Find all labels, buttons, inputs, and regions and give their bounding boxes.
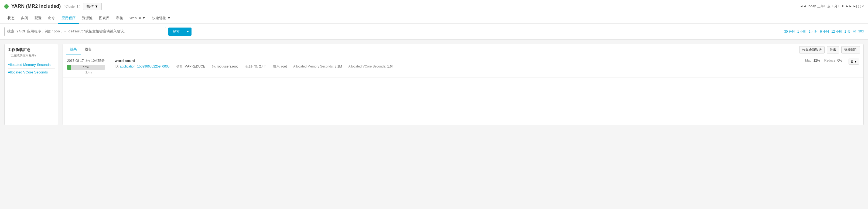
nav-item-instances[interactable]: 实例 — [18, 13, 31, 24]
results-area: 结果 图表 收集诊断数据 导出 选择属性 2017-08-17 上午10点53分… — [63, 44, 864, 125]
app-name: word count — [115, 59, 801, 63]
time-filters: 30 分钟 1 小时 2 小时 6 小时 12 小时 1 天 7d 30d — [784, 29, 864, 34]
result-details: ID: application_1502966552259_0005 类型: M… — [115, 64, 801, 69]
type-label: 类型: — [176, 64, 183, 69]
tabs-row: 结果 图表 收集诊断数据 导出 选择属性 — [63, 44, 863, 55]
duration-value: 2.4m — [259, 64, 267, 69]
progress-bar: 10% — [67, 65, 105, 70]
ops-button[interactable]: 操作 ▼ — [83, 3, 102, 10]
id-value[interactable]: application_1502966552259_0005 — [120, 64, 169, 69]
user-value: root — [281, 64, 287, 69]
time-filter-1h[interactable]: 1 小时 — [797, 29, 806, 34]
header-left: YARN (MR2 Included) ( Cluster 1 ) 操作 ▼ — [4, 3, 102, 10]
sidebar-subtitle: （已完成的应用程序） — [8, 54, 55, 58]
result-duration: 2.4m — [67, 71, 110, 74]
type-value: MAPREDUCE — [185, 64, 205, 69]
time-filter-30d[interactable]: 30d — [858, 29, 864, 34]
nav-item-audit[interactable]: 审核 — [113, 13, 126, 24]
detail-type: 类型: MAPREDUCE — [176, 64, 205, 69]
detail-alloc-vcores: Allocated VCore Seconds: 1.6f — [348, 64, 393, 69]
time-filter-12h[interactable]: 12 小时 — [831, 29, 842, 34]
time-filter-2h[interactable]: 2 小时 — [809, 29, 818, 34]
alloc-mem-label: Allocated Memory Seconds: — [293, 64, 333, 69]
search-dropdown-button[interactable]: ▼ — [184, 28, 191, 36]
sidebar-item-alloc-mem[interactable]: Allocated Memory Seconds — [8, 61, 55, 68]
map-label: Map: — [805, 59, 812, 62]
nav-item-status[interactable]: 状态 — [4, 13, 18, 24]
result-card: 2017-08-17 上午10点53分 10% 2.4m word count … — [63, 55, 863, 78]
progress-label: 10% — [67, 65, 105, 70]
alloc-vcores-label: Allocated VCore Seconds: — [348, 64, 386, 69]
detail-duration: 持续时间: 2.4m — [244, 64, 266, 69]
export-button[interactable]: 导出 — [827, 46, 839, 54]
header-right: ◄◄ Today, 上午10点55分 EDT ►► ►| ⬚ < — [800, 4, 864, 9]
detail-user: 用户: root — [273, 64, 287, 69]
reduce-metric: Reduce: 0% — [824, 59, 842, 62]
nav-item-apps[interactable]: 应用程序 — [58, 13, 79, 24]
search-input[interactable] — [4, 27, 166, 36]
app-title: YARN (MR2 Included) — [11, 3, 61, 9]
reduce-value: 0% — [837, 59, 842, 62]
collect-diag-button[interactable]: 收集诊断数据 — [799, 46, 825, 54]
detail-alloc-mem: Allocated Memory Seconds: 3.1M — [293, 64, 342, 69]
search-button[interactable]: 搜索 — [168, 28, 184, 36]
pool-value: root.users.root — [217, 64, 238, 69]
reduce-label: Reduce: — [824, 59, 836, 62]
card-icon-button[interactable]: ⊞ ▼ — [848, 59, 859, 64]
tab-charts[interactable]: 图表 — [81, 44, 95, 55]
main-content: 工作负载汇总 （已完成的应用程序） Allocated Memory Secon… — [0, 40, 868, 129]
alloc-mem-value: 3.1M — [335, 64, 342, 69]
tab-results[interactable]: 结果 — [66, 44, 81, 55]
nav-item-pools[interactable]: 资源池 — [79, 13, 96, 24]
ops-label: 操作 — [87, 4, 94, 9]
pool-label: 池: — [212, 64, 216, 69]
search-button-group: 搜索 ▼ — [168, 28, 191, 36]
nav-item-commands[interactable]: 命令 — [45, 13, 58, 24]
tabs: 结果 图表 — [66, 44, 95, 55]
nav-item-webui[interactable]: Web UI ▼ — [126, 13, 149, 23]
result-right: Map: 12% Reduce: 0% ⊞ ▼ — [805, 59, 859, 64]
detail-pool: 池: root.users.root — [212, 64, 238, 69]
time-filter-1d[interactable]: 1 天 — [844, 29, 850, 34]
duration-label: 持续时间: — [244, 64, 258, 69]
status-dot — [4, 4, 9, 9]
detail-id: ID: application_1502966552259_0005 — [115, 64, 170, 69]
result-left: 2017-08-17 上午10点53分 10% 2.4m — [67, 59, 110, 74]
nav-item-quicklinks[interactable]: 快速链接 ▼ — [149, 13, 174, 24]
webui-arrow-icon: ▼ — [142, 16, 146, 20]
top-header: YARN (MR2 Included) ( Cluster 1 ) 操作 ▼ ◄… — [0, 0, 868, 13]
user-label: 用户: — [273, 64, 280, 69]
search-left: 搜索 ▼ — [4, 27, 784, 36]
sidebar-item-alloc-vcore[interactable]: Allocated VCore Seconds — [8, 68, 55, 76]
ops-arrow-icon: ▼ — [95, 4, 98, 8]
time-info: ◄◄ Today, 上午10点55分 EDT ►► ►| ⬚ < — [800, 4, 864, 9]
alloc-vcores-value: 1.6f — [388, 64, 393, 69]
sidebar-title: 工作负载汇总 — [8, 48, 55, 52]
time-filter-6h[interactable]: 6 小时 — [820, 29, 829, 34]
result-date: 2017-08-17 上午10点53分 — [67, 59, 110, 63]
nav-item-charts[interactable]: 图表库 — [96, 13, 113, 24]
id-label: ID: — [115, 64, 119, 69]
nav-bar: 状态 实例 配置 命令 应用程序 资源池 图表库 审核 Web UI ▼ 快速链… — [0, 13, 868, 24]
quicklinks-arrow-icon: ▼ — [167, 16, 171, 20]
time-filter-30min[interactable]: 30 分钟 — [784, 29, 795, 34]
result-header: 2017-08-17 上午10点53分 10% 2.4m word count … — [67, 59, 859, 74]
sidebar: 工作负载汇总 （已完成的应用程序） Allocated Memory Secon… — [4, 44, 58, 125]
search-area: 搜索 ▼ 30 分钟 1 小时 2 小时 6 小时 12 小时 1 天 7d 3… — [0, 24, 868, 40]
metric-row: Map: 12% Reduce: 0% — [805, 59, 842, 62]
select-attrs-button[interactable]: 选择属性 — [841, 46, 860, 54]
time-filter-7d[interactable]: 7d — [852, 29, 856, 34]
cluster-tag: ( Cluster 1 ) — [63, 5, 81, 8]
nav-item-config[interactable]: 配置 — [31, 13, 45, 24]
tabs-actions: 收集诊断数据 导出 选择属性 — [799, 46, 860, 54]
map-value: 12% — [813, 59, 820, 62]
result-middle: word count ID: application_1502966552259… — [115, 59, 801, 69]
map-metric: Map: 12% — [805, 59, 820, 62]
